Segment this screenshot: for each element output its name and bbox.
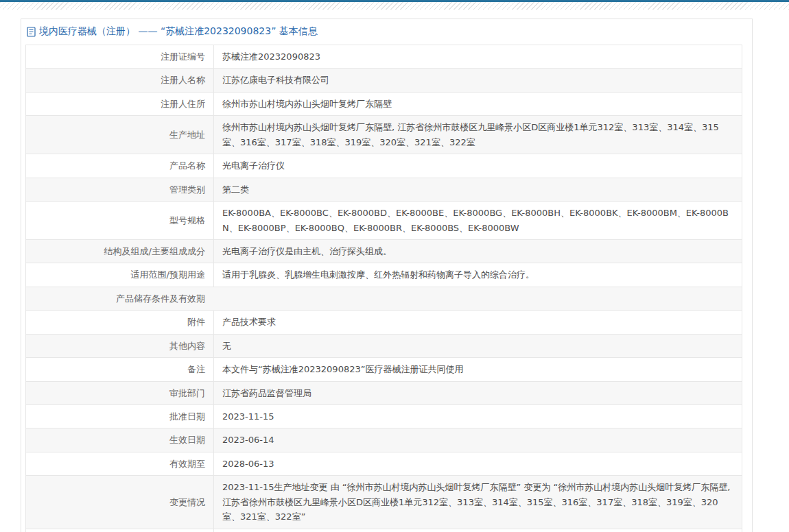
row-value: 江苏省药品监督管理局: [214, 382, 742, 405]
row-value: [214, 287, 742, 311]
row-label: 管理类别: [26, 178, 214, 202]
table-row: 注册人住所徐州市苏山村境内苏山头烟叶复烤厂东隔壁: [26, 93, 742, 116]
table-row: 产品储存条件及有效期: [26, 287, 742, 311]
row-value: 江苏亿康电子科技有限公司: [214, 69, 742, 92]
table-row: 批准日期2023-11-15: [26, 405, 742, 428]
info-card: 境内医疗器械（注册） —— “苏械注准20232090823” 基本信息 注册证…: [21, 19, 753, 532]
row-label: 审批部门: [26, 382, 214, 405]
row-value: 第二类: [214, 178, 742, 202]
table-row: 注册人名称江苏亿康电子科技有限公司: [26, 69, 742, 92]
table-row: 变更情况2023-11-15生产地址变更 由 “徐州市苏山村境内苏山头烟叶复烤厂…: [26, 476, 742, 529]
row-value: 适用于乳腺炎、乳腺增生电刺激按摩、红外热辐射和药物离子导入的综合治疗。: [214, 263, 742, 287]
row-label: 生效日期: [26, 428, 214, 452]
row-label: 结构及组成/主要组成成分: [26, 240, 214, 263]
row-label: 生产地址: [26, 116, 214, 154]
row-label: 批准日期: [26, 405, 214, 428]
row-value: 2023-11-15: [214, 405, 742, 428]
table-row: 生效日期2023-06-14: [26, 428, 742, 452]
row-label: 变更情况: [26, 476, 214, 529]
table-row: 有效期至2028-06-13: [26, 452, 742, 476]
row-label: 型号规格: [26, 202, 214, 240]
row-value: 本文件与“苏械注准20232090823”医疗器械注册证共同使用: [214, 358, 742, 381]
page-title: 境内医疗器械（注册） —— “苏械注准20232090823” 基本信息: [39, 25, 318, 38]
table-row: 审批部门江苏省药品监督管理局: [26, 382, 742, 405]
row-label: 注册人住所: [26, 93, 214, 116]
table-row: 注册证编号苏械注准20232090823: [26, 45, 742, 69]
row-value: 徐州市苏山村境内苏山头烟叶复烤厂东隔壁, 江苏省徐州市鼓楼区九里峰景小区D区商业…: [214, 116, 742, 154]
registration-info-table: 注册证编号苏械注准20232090823注册人名称江苏亿康电子科技有限公司注册人…: [25, 45, 742, 532]
table-row: 管理类别第二类: [26, 178, 742, 202]
table-row: 注详情: [26, 529, 742, 532]
table-row: 生产地址徐州市苏山村境内苏山头烟叶复烤厂东隔壁, 江苏省徐州市鼓楼区九里峰景小区…: [26, 116, 742, 154]
row-value: 无: [214, 335, 742, 358]
row-value: 2023-06-14: [214, 428, 742, 452]
row-label: 产品名称: [26, 154, 214, 178]
table-row: 附件产品技术要求: [26, 311, 742, 334]
page-title-bar: 境内医疗器械（注册） —— “苏械注准20232090823” 基本信息: [25, 19, 742, 45]
table-row: 备注本文件与“苏械注准20232090823”医疗器械注册证共同使用: [26, 358, 742, 381]
row-value: 产品技术要求: [214, 311, 742, 334]
row-value: 光电离子治疗仪: [214, 154, 742, 178]
row-value: 苏械注准20232090823: [214, 45, 742, 69]
table-row: 结构及组成/主要组成成分光电离子治疗仪是由主机、治疗探头组成。: [26, 240, 742, 263]
row-value: 徐州市苏山村境内苏山头烟叶复烤厂东隔壁: [214, 93, 742, 116]
table-row: 其他内容无: [26, 335, 742, 358]
table-row: 型号规格EK-8000BA、EK-8000BC、EK-8000BD、EK-800…: [26, 202, 742, 240]
row-label: 其他内容: [26, 335, 214, 358]
row-label: 注: [26, 529, 214, 532]
row-label: 产品储存条件及有效期: [26, 287, 214, 311]
row-label: 附件: [26, 311, 214, 334]
table-row: 适用范围/预期用途适用于乳腺炎、乳腺增生电刺激按摩、红外热辐射和药物离子导入的综…: [26, 263, 742, 287]
striped-band: [0, 2, 789, 10]
row-label: 备注: [26, 358, 214, 381]
row-label: 注册证编号: [26, 45, 214, 69]
row-value: EK-8000BA、EK-8000BC、EK-8000BD、EK-8000BE、…: [214, 202, 742, 240]
row-value: 2023-11-15生产地址变更 由 “徐州市苏山村境内苏山头烟叶复烤厂东隔壁”…: [214, 476, 742, 529]
row-value: 2028-06-13: [214, 452, 742, 476]
row-label: 适用范围/预期用途: [26, 263, 214, 287]
document-icon: [27, 27, 36, 37]
row-label: 注册人名称: [26, 69, 214, 92]
table-row: 产品名称光电离子治疗仪: [26, 154, 742, 178]
row-label: 有效期至: [26, 452, 214, 476]
row-value: 光电离子治疗仪是由主机、治疗探头组成。: [214, 240, 742, 263]
row-value: 详情: [214, 529, 742, 532]
